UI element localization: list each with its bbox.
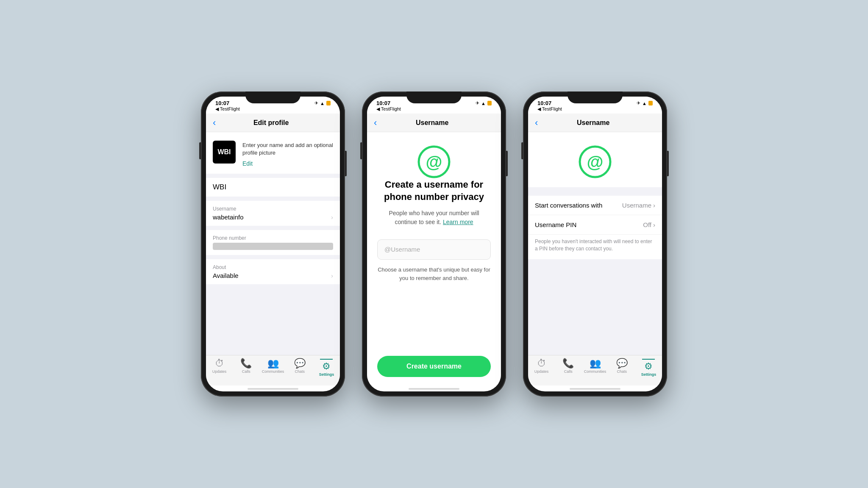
start-conversations-label: Start conversations with — [535, 202, 602, 209]
username-pin-value: Off › — [643, 221, 655, 228]
settings-group: Start conversations with Username › User… — [528, 196, 662, 259]
start-conversations-value: Username › — [622, 202, 655, 209]
username-label: Username — [213, 206, 333, 212]
nav-title-2: Username — [380, 119, 484, 127]
airplane-icon-3: ✈ — [637, 100, 640, 106]
calls-icon-1: 📞 — [240, 359, 252, 368]
wifi-icon-2: ▲ — [481, 101, 486, 106]
username-creation-screen: @ Create a username for phone number pri… — [367, 132, 501, 385]
chats-icon-3: 💬 — [616, 359, 628, 368]
battery-icon-2: ▬ — [487, 101, 492, 105]
about-field[interactable]: About Available › — [206, 259, 340, 284]
avatar[interactable]: WBI — [213, 141, 236, 164]
at-icon: @ — [417, 145, 451, 179]
create-username-desc: People who have your number will continu… — [377, 209, 491, 227]
updates-label-3: Updates — [534, 369, 549, 374]
notch-2 — [406, 92, 462, 103]
phone-inner-3: 10:07 ✈ ▲ ▬ ◀ TestFlight ‹ Username — [528, 97, 662, 391]
calls-icon-3: 📞 — [562, 359, 574, 368]
create-username-button[interactable]: Create username — [377, 356, 491, 377]
status-icons-1: ✈ ▲ ▬ — [314, 100, 331, 106]
nav-title-3: Username — [541, 119, 645, 127]
tab-calls-3[interactable]: 📞 Calls — [555, 359, 581, 374]
phone-3: 10:07 ✈ ▲ ▬ ◀ TestFlight ‹ Username — [523, 92, 667, 396]
settings-icon-3: ⚙ — [644, 362, 653, 371]
create-username-title: Create a username for phone number priva… — [377, 179, 491, 203]
back-button-2[interactable]: ‹ — [374, 117, 377, 128]
tab-updates-3[interactable]: ⏱ Updates — [528, 359, 555, 374]
username-field[interactable]: Username wabetainfo › — [206, 201, 340, 226]
nav-title-1: Edit profile — [219, 119, 323, 127]
wifi-icon-1: ▲ — [320, 101, 325, 106]
at-icon-3: @ — [578, 145, 612, 179]
nav-bar-3: ‹ Username — [528, 114, 662, 132]
testflight-row-1: ◀ TestFlight — [206, 106, 340, 114]
about-field-group: About Available › — [206, 259, 340, 284]
username-arrow: › — [331, 214, 333, 221]
about-label: About — [213, 264, 333, 270]
tab-chats-1[interactable]: 💬 Chats — [287, 359, 313, 374]
phone-field-group: Phone number +1 ••• ••• •••• — [206, 230, 340, 255]
communities-label-1: Communities — [262, 369, 284, 374]
testflight-row-2: ◀ TestFlight — [367, 106, 501, 114]
phone-1: 10:07 ✈ ▲ ▬ ◀ TestFlight ‹ Edit profile — [201, 92, 345, 396]
username-input-wrap[interactable]: @Username — [377, 239, 491, 260]
tab-underline-3 — [642, 359, 655, 360]
back-button-3[interactable]: ‹ — [535, 117, 538, 128]
tab-calls-1[interactable]: 📞 Calls — [233, 359, 259, 374]
username-value-row: wabetainfo › — [213, 214, 333, 221]
home-indicator-1 — [248, 388, 298, 390]
settings-icon-1: ⚙ — [322, 362, 331, 371]
phone-label: Phone number — [213, 235, 333, 241]
phones-container: 10:07 ✈ ▲ ▬ ◀ TestFlight ‹ Edit profile — [201, 92, 667, 396]
svg-text:@: @ — [587, 152, 603, 171]
testflight-label-1: ◀ TestFlight — [215, 106, 240, 112]
testflight-label-2: ◀ TestFlight — [376, 106, 401, 112]
calls-label-3: Calls — [564, 369, 573, 374]
start-conversations-arrow: › — [653, 202, 655, 209]
username-at-section: @ — [528, 132, 662, 187]
learn-more-link[interactable]: Learn more — [443, 219, 473, 225]
tab-communities-1[interactable]: 👥 Communities — [259, 359, 286, 374]
photo-info: Enter your name and add an optional prof… — [242, 141, 333, 167]
name-field[interactable]: WBI — [206, 178, 340, 197]
status-icons-3: ✈ ▲ ▬ — [637, 100, 653, 106]
screen-content-2: @ Create a username for phone number pri… — [367, 132, 501, 385]
updates-icon-3: ⏱ — [537, 359, 546, 368]
chats-label-3: Chats — [617, 369, 627, 374]
chats-icon-1: 💬 — [294, 359, 306, 368]
tab-bar-1: ⏱ Updates 📞 Calls 👥 Communities 💬 Chats — [206, 355, 340, 385]
edit-link[interactable]: Edit — [242, 160, 333, 167]
notch-1 — [245, 92, 300, 103]
username-field-group: Username wabetainfo › — [206, 201, 340, 226]
chats-label-1: Chats — [295, 369, 305, 374]
username-pin-arrow: › — [653, 221, 655, 228]
tab-communities-3[interactable]: 👥 Communities — [581, 359, 608, 374]
battery-icon-1: ▬ — [326, 101, 331, 105]
phone-inner-2: 10:07 ✈ ▲ ▬ ◀ TestFlight ‹ Username — [367, 97, 501, 391]
tab-chats-3[interactable]: 💬 Chats — [609, 359, 635, 374]
username-pin-row[interactable]: Username PIN Off › — [528, 215, 662, 235]
status-time-1: 10:07 — [215, 100, 229, 106]
screen-content-1: WBI Enter your name and add an optional … — [206, 132, 340, 355]
wifi-icon-3: ▲ — [642, 101, 647, 106]
profile-photo-section: WBI Enter your name and add an optional … — [206, 132, 340, 174]
settings-label-3: Settings — [641, 372, 657, 377]
status-time-2: 10:07 — [376, 100, 390, 106]
settings-label-1: Settings — [319, 372, 334, 377]
start-conversations-row[interactable]: Start conversations with Username › — [528, 196, 662, 215]
back-button-1[interactable]: ‹ — [213, 117, 216, 128]
tab-updates-1[interactable]: ⏱ Updates — [206, 359, 233, 374]
updates-label-1: Updates — [212, 369, 227, 374]
tab-settings-3[interactable]: ⚙ Settings — [635, 359, 662, 377]
phone-inner-1: 10:07 ✈ ▲ ▬ ◀ TestFlight ‹ Edit profile — [206, 97, 340, 391]
username-input-placeholder: @Username — [384, 246, 420, 253]
username-pin-label: Username PIN — [535, 221, 576, 228]
testflight-row-3: ◀ TestFlight — [528, 106, 662, 114]
home-indicator-3 — [570, 388, 620, 390]
svg-text:@: @ — [426, 152, 442, 171]
airplane-icon-1: ✈ — [314, 100, 318, 106]
tab-underline-1 — [320, 359, 333, 360]
tab-settings-1[interactable]: ⚙ Settings — [313, 359, 340, 377]
updates-icon-1: ⏱ — [215, 359, 224, 368]
